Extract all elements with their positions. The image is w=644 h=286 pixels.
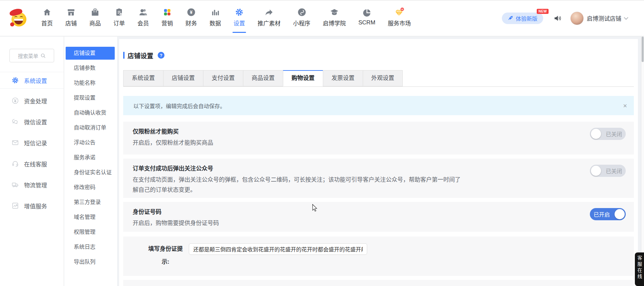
shop-name: 启博测试店铺 [587,14,621,22]
tab-shopping-settings[interactable]: 购物设置 [283,70,323,86]
try-new-label: 体验新版 [516,14,537,22]
submenu-item-domain[interactable]: 域名管理 [64,210,117,225]
nav-item-miniprogram[interactable]: 小程序 [292,3,311,34]
scrollbar-thumb[interactable] [642,37,644,62]
nav-item-order[interactable]: 订单 [113,3,126,34]
scrollbar-track [641,37,644,286]
setting-row-id-prompt: 填写身份证提示: [123,237,634,276]
nav-item-product[interactable]: 商品 [89,3,102,34]
shop-icon [67,7,75,17]
chart-box-icon [12,202,19,209]
nav-item-settings[interactable]: 设置 [233,3,246,34]
sidebar-item-sms[interactable]: 短信记录 [0,132,64,153]
submenu-item-permissions[interactable]: 权限管理 [64,225,117,240]
nav-item-marketing[interactable]: 营销 [161,3,174,34]
nav-label: 推广素材 [258,19,281,27]
submenu-item-feature-names[interactable]: 功能名称 [64,76,117,90]
toggle-id-number[interactable]: 已开启 [590,208,626,220]
product-icon [91,7,99,17]
sidebar-item-label: 微信设置 [24,118,47,126]
tab-shop-settings[interactable]: 店铺设置 [163,70,203,86]
search-icon [41,53,46,58]
submenu-item-service-promise[interactable]: 服务承诺 [64,150,117,165]
nav-item-academy[interactable]: 启博学院 [322,3,347,34]
submenu-item-withdrawal[interactable]: 提现设置 [64,90,117,105]
id-prompt-label: 填写身份证提示: [147,243,184,268]
sidebar-item-label: 增值服务 [24,202,47,210]
nav-item-service-market[interactable]: H 服务市场 [387,3,412,34]
toggle-fans-only[interactable]: 已关闭 [590,128,626,140]
search-menu-input[interactable]: 搜索菜单 [9,49,54,62]
page-title-block: 店铺设置 ? [123,51,634,59]
nav-item-data[interactable]: 数据 [209,3,222,34]
submenu-item-id-verification[interactable]: 身份证实名认证 [64,165,117,180]
nav-item-member[interactable]: 会员 [137,3,150,34]
tab-system-settings[interactable]: 系统设置 [123,70,163,86]
sidebar-item-wechat[interactable]: 微信设置 [0,111,64,132]
share-arrow-icon [265,7,273,17]
title-accent-bar [123,52,125,59]
nav-item-scrm[interactable]: SCRM [358,3,376,33]
nav-item-promo-material[interactable]: 推广素材 [257,3,281,34]
sidebar-item-system-settings[interactable]: 系统设置 [0,72,64,89]
home-icon [43,7,51,17]
nav-item-finance[interactable]: ¥ 财务 [185,3,198,34]
submenu-item-change-password[interactable]: 修改密码 [64,180,117,195]
tab-appearance-settings[interactable]: 外观设置 [363,70,403,86]
sidebar-item-label: 系统设置 [24,76,47,85]
toggle-label: 已关闭 [602,167,626,175]
help-icon[interactable]: ? [158,52,164,59]
sidebar-item-label: 物流管理 [24,181,47,189]
finance-icon: ¥ [187,7,196,17]
nav-label: SCRM [358,19,375,26]
sidebar-item-label: 短信记录 [24,139,47,147]
nav-label: 营销 [161,19,173,27]
tab-payment-settings[interactable]: 支付设置 [203,70,243,86]
yen-circle-icon [12,97,19,104]
nav-item-shop[interactable]: 店铺 [65,3,77,34]
submenu-item-auto-cancel[interactable]: 自动取消订单 [64,120,117,135]
close-icon[interactable]: × [623,102,627,109]
tab-invoice-settings[interactable]: 发票设置 [323,70,363,86]
marketing-icon [163,7,172,17]
setting-desc: 在支付成功页面，弹出关注公众号的弹框，包含公众号二维码，可长按关注；该功能可引导… [133,175,464,195]
submenu-item-system-log[interactable]: 系统日志 [64,240,117,254]
submenu-item-shop-settings[interactable]: 店铺设置 [66,47,115,60]
id-prompt-input[interactable] [189,243,367,255]
sidebar-item-value-added[interactable]: 增值服务 [0,195,64,216]
submenu-item-third-party-login[interactable]: 第三方登录 [64,195,117,210]
customer-service-tab[interactable]: 客服在线 [635,252,644,286]
nav-label: 数据 [209,19,221,27]
nav-item-home[interactable]: 首页 [41,3,53,34]
svg-text:¥: ¥ [190,9,193,15]
submenu-item-floating-notice[interactable]: 浮动公告 [64,135,117,150]
speaker-icon[interactable] [553,14,562,23]
brand-logo[interactable] [10,9,28,27]
logo-eye [14,16,18,18]
submenu-item-export-queue[interactable]: 导出队列 [64,254,117,269]
sidebar-item-label: 在线客服 [24,160,47,168]
toggle-follow-popup[interactable]: 已关闭 [590,165,626,177]
sidebar: 搜索菜单 系统设置 资金处理 微信设置 短信记录 在线客服 物流管理 [0,37,64,286]
submenu: 店铺设置 店铺参数 功能名称 提现设置 自动确认收货 自动取消订单 浮动公告 服… [64,37,117,286]
nav-label: 首页 [41,19,53,27]
nav-label: 订单 [113,19,125,27]
topbar-right: 体验新版 NEW 启博测试店铺 [502,12,628,25]
settings-gear-icon [235,7,244,17]
sidebar-item-funds[interactable]: 资金处理 [0,90,64,111]
autosave-banner: 以下设置项，编辑完成后会自动保存。 × [123,96,634,115]
submenu-item-shop-params[interactable]: 店铺参数 [64,61,117,76]
setting-row-follow-popup: 订单支付成功后弹出关注公众号 在支付成功页面，弹出关注公众号的弹框，包含公众号二… [123,159,634,198]
try-new-version-button[interactable]: 体验新版 NEW [502,13,543,24]
main-panel: 店铺设置 ? 系统设置 店铺设置 支付设置 商品设置 购物设置 发票设置 外观设… [119,39,638,286]
tab-product-settings[interactable]: 商品设置 [243,70,283,86]
submenu-item-auto-confirm[interactable]: 自动确认收货 [64,105,117,120]
nav-label: 店铺 [65,19,77,27]
setting-desc: 开启后，购物需要提供身份证号码 [133,218,580,228]
sidebar-item-label: 资金处理 [24,97,47,105]
account-menu[interactable]: 启博测试店铺 [570,12,628,25]
sidebar-item-logistics[interactable]: 物流管理 [0,174,64,195]
chevron-down-icon [624,17,628,20]
topbar: 首页 店铺 商品 订单 会员 营销 ¥ [0,0,644,36]
sidebar-item-online-service[interactable]: 在线客服 [0,153,64,174]
